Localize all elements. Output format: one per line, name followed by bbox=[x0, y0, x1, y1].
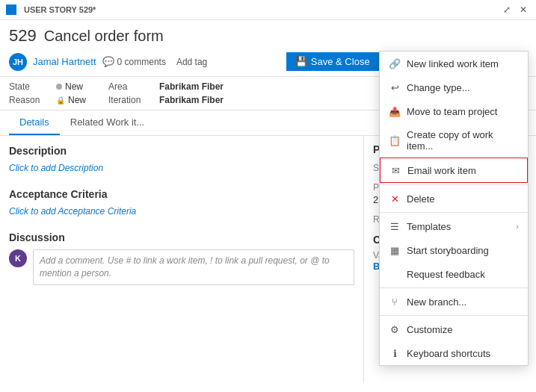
menu-item-request-feedback[interactable]: Request feedback bbox=[380, 262, 528, 286]
menu-divider-1 bbox=[380, 184, 528, 185]
discussion-avatar: K bbox=[9, 249, 27, 267]
user-name[interactable]: Jamal Hartnett bbox=[33, 56, 96, 67]
title-bar-left: USER STORY 529* bbox=[6, 4, 96, 15]
work-item-number: 529 bbox=[9, 26, 37, 46]
feedback-icon bbox=[389, 268, 401, 280]
state-field: State New bbox=[9, 81, 86, 92]
menu-item-move-to-team[interactable]: 📤 Move to team project bbox=[380, 99, 528, 123]
tab-related-work[interactable]: Related Work it... bbox=[60, 111, 155, 135]
area-value[interactable]: Fabrikam Fiber bbox=[159, 81, 224, 92]
iteration-field: Iteration Fabrikam Fiber bbox=[108, 95, 224, 105]
menu-item-create-copy[interactable]: 📋 Create copy of work item... bbox=[380, 123, 528, 158]
title-bar: USER STORY 529* ⤢ ✕ bbox=[0, 0, 536, 20]
comments-button[interactable]: 💬 0 comments bbox=[102, 56, 166, 67]
templates-arrow: › bbox=[516, 222, 519, 231]
comment-icon: 💬 bbox=[102, 56, 114, 67]
discussion-section: Discussion K Add a comment. Use # to lin… bbox=[9, 231, 354, 285]
save-icon: 💾 bbox=[295, 56, 307, 67]
tab-details[interactable]: Details bbox=[9, 111, 60, 135]
delete-icon: ✕ bbox=[389, 193, 401, 205]
state-dot bbox=[56, 84, 62, 90]
acceptance-criteria-placeholder[interactable]: Click to add Acceptance Criteria bbox=[9, 206, 354, 217]
work-item-icon bbox=[6, 4, 16, 15]
menu-item-email-work-item[interactable]: ✉ Email work item bbox=[380, 158, 528, 183]
menu-item-new-branch[interactable]: ⑂ New branch... bbox=[380, 290, 528, 314]
add-tag-button[interactable]: Add tag bbox=[172, 55, 212, 69]
description-title: Description bbox=[9, 145, 354, 157]
dropdown-menu: 🔗 New linked work item ↩ Change type... … bbox=[379, 51, 529, 366]
save-close-button[interactable]: 💾 Save & Close bbox=[286, 52, 379, 71]
customize-icon: ⚙ bbox=[389, 323, 401, 335]
email-icon: ✉ bbox=[389, 164, 401, 176]
menu-divider-3 bbox=[380, 287, 528, 288]
area-label: Area bbox=[108, 81, 153, 92]
iteration-label: Iteration bbox=[108, 95, 153, 105]
branch-icon: ⑂ bbox=[389, 296, 401, 308]
work-item-name: Cancel order form bbox=[44, 28, 164, 45]
change-type-icon: ↩ bbox=[389, 81, 401, 93]
copy-icon: 📋 bbox=[389, 134, 401, 146]
close-button[interactable]: ✕ bbox=[517, 3, 530, 16]
window-controls: ⤢ ✕ bbox=[500, 3, 530, 16]
state-label: State bbox=[9, 81, 50, 92]
menu-item-customize[interactable]: ⚙ Customize bbox=[380, 317, 528, 341]
iteration-value[interactable]: Fabrikam Fiber bbox=[159, 95, 224, 105]
work-item-title: 529 Cancel order form bbox=[9, 26, 527, 46]
comment-count: 0 comments bbox=[117, 57, 166, 67]
menu-item-keyboard-shortcuts[interactable]: ℹ Keyboard shortcuts bbox=[380, 341, 528, 365]
move-icon: 📤 bbox=[389, 105, 401, 117]
menu-divider-4 bbox=[380, 315, 528, 316]
reason-field: Reason 🔒 New bbox=[9, 95, 86, 105]
title-bar-label: USER STORY 529* bbox=[24, 5, 96, 14]
keyboard-shortcuts-icon: ℹ bbox=[389, 347, 401, 359]
menu-divider-2 bbox=[380, 212, 528, 213]
restore-button[interactable]: ⤢ bbox=[500, 3, 514, 16]
description-placeholder[interactable]: Click to add Description bbox=[9, 163, 354, 173]
left-panel: Description Click to add Description Acc… bbox=[0, 136, 364, 382]
meta-group-state: State New Reason 🔒 New bbox=[9, 81, 86, 105]
reason-value[interactable]: 🔒 New bbox=[56, 95, 86, 105]
menu-item-templates[interactable]: ☰ Templates › bbox=[380, 214, 528, 238]
menu-item-new-linked-work-item[interactable]: 🔗 New linked work item bbox=[380, 52, 528, 75]
avatar: JH bbox=[9, 53, 27, 71]
discussion-title: Discussion bbox=[9, 231, 354, 243]
menu-item-delete[interactable]: ✕ Delete bbox=[380, 187, 528, 211]
link-icon: 🔗 bbox=[389, 57, 401, 69]
discussion-row: K Add a comment. Use # to link a work it… bbox=[9, 249, 354, 285]
discussion-input[interactable]: Add a comment. Use # to link a work item… bbox=[33, 249, 354, 285]
area-field: Area Fabrikam Fiber bbox=[108, 81, 224, 92]
reason-label: Reason bbox=[9, 95, 50, 105]
menu-item-start-storyboarding[interactable]: ▦ Start storyboarding bbox=[380, 238, 528, 262]
storyboard-icon: ▦ bbox=[389, 244, 401, 256]
acceptance-criteria-title: Acceptance Criteria bbox=[9, 188, 354, 200]
templates-icon: ☰ bbox=[389, 220, 401, 232]
state-value[interactable]: New bbox=[56, 81, 83, 92]
meta-group-area: Area Fabrikam Fiber Iteration Fabrikam F… bbox=[108, 81, 224, 105]
lock-icon: 🔒 bbox=[56, 96, 65, 105]
menu-item-change-type[interactable]: ↩ Change type... bbox=[380, 75, 528, 99]
